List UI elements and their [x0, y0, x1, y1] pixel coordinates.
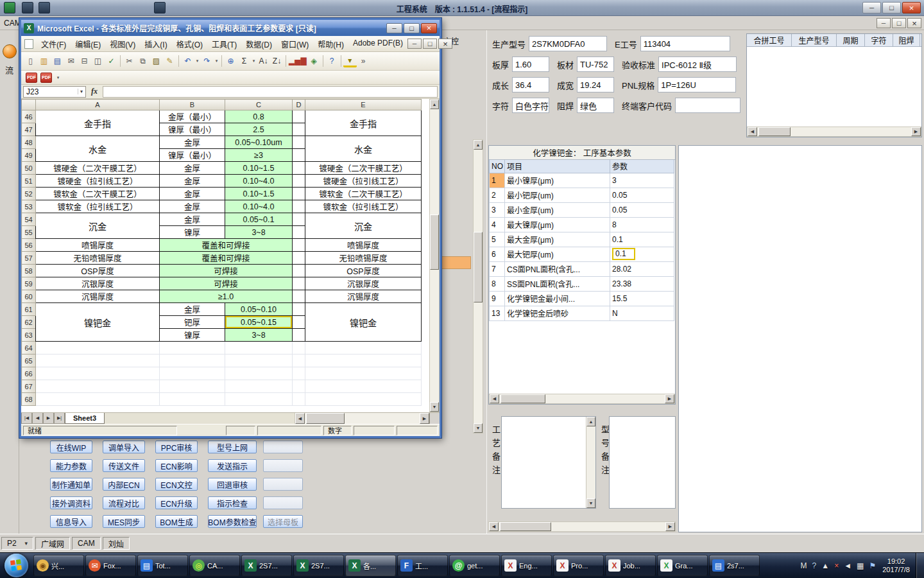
taskbar-button[interactable]: XEng... — [501, 555, 552, 576]
info-field-value[interactable]: 2S7KM0DFA0 — [529, 36, 607, 51]
scrollbar-thumb[interactable] — [430, 215, 439, 270]
param-row[interactable]: 6最大钯厚(um)0.1 — [490, 247, 674, 261]
last-sheet-button[interactable]: ▶| — [54, 413, 65, 424]
cell-D57[interactable] — [293, 252, 305, 265]
param-row[interactable]: 2最小钯厚(um)0.05 — [490, 188, 674, 202]
cell-D56[interactable] — [293, 239, 305, 252]
row-header-56[interactable]: 56 — [22, 239, 36, 252]
cell-C67[interactable] — [225, 380, 293, 393]
taskbar-button[interactable]: XJob... — [605, 555, 656, 576]
action-button[interactable]: BOM生成 — [155, 515, 198, 528]
format-painter-icon[interactable]: ✎ — [163, 55, 176, 68]
scroll-right-button[interactable] — [665, 522, 675, 531]
cell-A66[interactable] — [36, 367, 160, 380]
cell-D54[interactable] — [293, 213, 305, 226]
chart-wizard-icon[interactable]: ▂▅▇ — [288, 55, 307, 68]
cell-C64[interactable] — [225, 342, 293, 355]
cell-D51[interactable] — [293, 175, 305, 188]
cell-C62[interactable]: 0.05~0.15 — [225, 316, 293, 329]
info-field-value[interactable]: IPC-6012 Ⅱ级 — [658, 57, 737, 72]
excel-close-button[interactable] — [421, 23, 437, 33]
info-field-value[interactable]: 19.24 — [577, 77, 614, 92]
ime-indicator[interactable]: M — [801, 561, 807, 570]
cell-A57[interactable]: 无铅喷锡厚度 — [36, 252, 160, 265]
taskbar-button[interactable]: X2S7... — [241, 555, 292, 576]
action-center-icon[interactable]: ⚑ — [869, 561, 876, 570]
row-header-60[interactable]: 60 — [22, 290, 36, 303]
cell-B57[interactable]: 覆盖和可焊接 — [160, 252, 293, 265]
cell-C50[interactable]: 0.10~1.5 — [225, 162, 293, 175]
menu-item[interactable]: 插入(I) — [140, 37, 171, 51]
scroll-up-button[interactable] — [474, 140, 483, 150]
print-preview-icon[interactable]: ◫ — [91, 55, 105, 68]
cell-D47[interactable] — [293, 123, 305, 136]
help-tray-icon[interactable]: ? — [812, 561, 817, 570]
cell-A64[interactable] — [36, 342, 160, 355]
cut-icon[interactable]: ✂ — [123, 55, 136, 68]
notes-vertical-scrollbar[interactable] — [586, 417, 595, 508]
row-header-64[interactable]: 64 — [22, 342, 36, 355]
cell-B52[interactable]: 金厚 — [160, 188, 225, 200]
column-header-C[interactable]: C — [225, 100, 293, 110]
cell-D61[interactable] — [293, 303, 305, 316]
mdi-minimize-button[interactable] — [877, 18, 891, 28]
cell-B49[interactable]: 镍厚（最小） — [160, 149, 225, 162]
excel-restore-button[interactable] — [404, 23, 420, 33]
column-header-A[interactable]: A — [36, 100, 160, 110]
cell-B61[interactable]: 金厚 — [160, 303, 225, 316]
notes-horizontal-scrollbar[interactable] — [488, 521, 676, 532]
autosum-icon-dropdown[interactable]: ▾ — [251, 55, 257, 68]
menu-item[interactable]: 窗口(W) — [277, 37, 313, 51]
param-row[interactable]: 8SS面PNL面积(含孔...23.38 — [490, 276, 674, 291]
cell-B68[interactable] — [160, 393, 225, 406]
cell-E54[interactable]: 沉金 — [305, 213, 422, 239]
cell-C61[interactable]: 0.05~0.10 — [225, 303, 293, 316]
excel-minimize-button[interactable] — [386, 23, 402, 33]
cell-D55[interactable] — [293, 226, 305, 239]
cell-A52[interactable]: 镀软金（二次干膜工艺） — [36, 188, 160, 200]
action-button[interactable]: 制作通知单 — [50, 478, 92, 491]
new-icon[interactable]: ▯ — [24, 55, 37, 68]
cell-C49[interactable]: ≥3 — [225, 149, 293, 162]
cell-B46[interactable]: 金厚（最小） — [160, 110, 225, 123]
cell-E58[interactable]: OSP厚度 — [305, 265, 422, 277]
taskbar-button[interactable]: ◎CA... — [189, 555, 240, 576]
start-button[interactable] — [4, 554, 28, 577]
minimize-button[interactable] — [862, 2, 881, 13]
row-header-66[interactable]: 66 — [22, 367, 36, 380]
cell-C46[interactable]: 0.8 — [225, 110, 293, 123]
action-button[interactable]: 调单导入 — [103, 441, 145, 453]
cell-A58[interactable]: OSP厚度 — [36, 265, 160, 277]
mdi-restore-button[interactable] — [892, 18, 906, 28]
page-selector[interactable]: P2 — [1, 537, 33, 550]
cell-E61[interactable]: 镍钯金 — [305, 303, 422, 342]
cell-E60[interactable]: 沉锡厚度 — [305, 290, 422, 303]
taskbar-button[interactable]: XPro... — [553, 555, 604, 576]
info-field-value[interactable]: TU-752 — [577, 57, 614, 72]
menu-item[interactable]: 数据(D) — [241, 37, 277, 51]
scrollbar-thumb[interactable] — [306, 413, 345, 424]
cell-E46[interactable]: 金手指 — [305, 110, 422, 136]
menu-item[interactable]: 文件(F) — [37, 37, 71, 51]
action-button[interactable]: 流程对比 — [103, 496, 145, 509]
row-header-62[interactable]: 62 — [22, 316, 36, 329]
cell-D63[interactable] — [293, 329, 305, 342]
cell-D50[interactable] — [293, 162, 305, 175]
cell-B53[interactable]: 金厚 — [160, 200, 225, 213]
hyperlink-icon[interactable]: ⊕ — [224, 55, 237, 68]
scrollbar-thumb[interactable] — [474, 232, 483, 302]
cell-C66[interactable] — [225, 367, 293, 380]
network-tray-icon[interactable]: ▦ — [857, 561, 864, 570]
cell-D62[interactable] — [293, 316, 305, 329]
param-row[interactable]: 4最大镍厚(μm)8 — [490, 217, 674, 232]
row-header-46[interactable]: 46 — [22, 110, 36, 123]
menu-item[interactable]: 视图(V) — [105, 37, 140, 51]
action-button[interactable]: 信息导入 — [50, 515, 92, 528]
cell-B63[interactable]: 镍厚 — [160, 329, 225, 342]
menu-item[interactable]: Adobe PDF(B) — [348, 37, 407, 51]
sort-descending-icon[interactable]: Z↓ — [270, 55, 284, 68]
cell-A54[interactable]: 沉金 — [36, 213, 160, 239]
open-icon[interactable]: ▥ — [37, 55, 51, 68]
cell-C55[interactable]: 3~8 — [225, 226, 293, 239]
pair-grid-horizontal-scrollbar[interactable] — [747, 127, 921, 137]
